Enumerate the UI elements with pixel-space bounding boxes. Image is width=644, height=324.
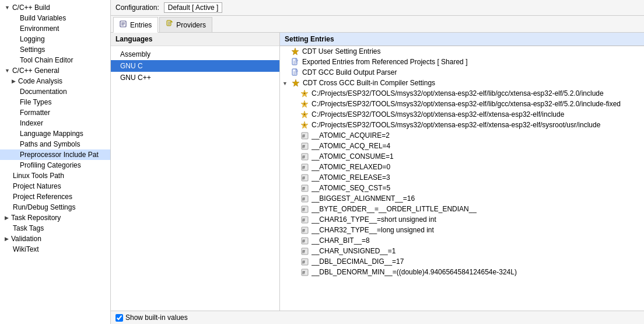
entry-item-dbl-decimal-dig[interactable]: #__DBL_DECIMAL_DIG__=17: [280, 256, 644, 267]
entry-item-biggest-align[interactable]: #__BIGGEST_ALIGNMENT__=16: [280, 193, 644, 204]
sidebar-item-cpp-build[interactable]: ▼C/C++ Build: [0, 2, 110, 13]
tab-label-providers: Providers: [176, 21, 206, 29]
sidebar-item-project-references[interactable]: Project References: [0, 191, 110, 202]
tri-open-icon: ▼: [5, 68, 10, 74]
svg-text:#: #: [302, 238, 305, 244]
entry-hash-icon: #: [300, 248, 309, 255]
sidebar-item-label-tool-chain-editor: Tool Chain Editor: [20, 56, 73, 64]
sidebar-item-label-cpp-build: C/C++ Build: [12, 4, 50, 12]
sidebar-item-paths-and-symbols[interactable]: Paths and Symbols: [0, 139, 110, 149]
sidebar-item-label-project-natures: Project Natures: [13, 182, 61, 190]
sidebar-item-task-tags[interactable]: Task Tags: [0, 223, 110, 234]
sidebar-item-label-preprocessor-include-pat: Preprocessor Include Pat: [20, 151, 99, 159]
config-bar: Configuration: Default [ Active ]: [111, 0, 644, 16]
entry-hash-icon: #: [300, 227, 309, 234]
entry-label-cdt-user: CDT User Setting Entries: [302, 47, 381, 55]
sidebar-item-task-repository[interactable]: ▶Task Repository: [0, 212, 110, 223]
sidebar-item-logging[interactable]: Logging: [0, 34, 110, 44]
entry-hash-icon: #: [300, 258, 309, 266]
svg-marker-9: [292, 48, 299, 55]
sidebar-item-profiling-categories[interactable]: Profiling Categories: [0, 160, 110, 170]
entry-hash-icon: #: [300, 174, 309, 182]
entry-item-cdt-user[interactable]: CDT User Setting Entries: [280, 46, 644, 57]
sidebar-item-documentation[interactable]: Documentation: [0, 86, 110, 97]
sidebar-item-label-linux-tools-path: Linux Tools Path: [13, 172, 64, 180]
sidebar-item-label-wikitext: WikiText: [13, 245, 39, 253]
lang-item-gnu-c[interactable]: GNU C: [111, 60, 279, 72]
tri-closed-icon: ▶: [5, 236, 9, 242]
entry-hash-icon: #: [300, 153, 309, 161]
sidebar-item-project-natures[interactable]: Project Natures: [0, 181, 110, 191]
entry-hash-icon: #: [300, 205, 309, 213]
sidebar-item-label-project-references: Project References: [13, 193, 72, 201]
sidebar-item-code-analysis[interactable]: ▶Code Analysis: [0, 76, 110, 86]
entry-item-atomic-acquire[interactable]: #__ATOMIC_ACQUIRE=2: [280, 130, 644, 141]
entry-item-path4[interactable]: C:/Projects/ESP32/TOOLS/msys32/opt/xtens…: [280, 120, 644, 130]
sidebar-item-run-debug-settings[interactable]: Run/Debug Settings: [0, 202, 110, 212]
entry-item-atomic-acq-rel[interactable]: #__ATOMIC_ACQ_REL=4: [280, 141, 644, 151]
show-builtin-text: Show built-in values: [125, 313, 188, 322]
svg-rect-4: [167, 20, 171, 26]
sidebar-item-linux-tools-path[interactable]: Linux Tools Path: [0, 170, 110, 181]
entries-icon: [120, 20, 128, 30]
entry-label-atomic-acquire: __ATOMIC_ACQUIRE=2: [312, 131, 390, 140]
sidebar-item-wikitext[interactable]: WikiText: [0, 244, 110, 255]
sidebar-item-formatter[interactable]: Formatter: [0, 107, 110, 118]
sidebar-item-label-logging: Logging: [20, 35, 45, 43]
entry-item-byte-order[interactable]: #__BYTE_ORDER__=__ORDER_LITTLE_ENDIAN__: [280, 204, 644, 214]
entry-hash-icon: #: [300, 237, 309, 245]
entry-item-atomic-release[interactable]: #__ATOMIC_RELEASE=3: [280, 172, 644, 183]
tab-label-entries: Entries: [130, 21, 152, 29]
tab-providers[interactable]: Providers: [159, 17, 212, 32]
sidebar-item-cpp-general[interactable]: ▼C/C++ General: [0, 65, 110, 76]
entry-item-char-unsigned[interactable]: #__CHAR_UNSIGNED__=1: [280, 246, 644, 256]
entry-star-icon: [291, 79, 300, 87]
sidebar-item-build-variables[interactable]: Build Variables: [0, 13, 110, 23]
sidebar-item-tool-chain-editor[interactable]: Tool Chain Editor: [0, 55, 110, 65]
entry-item-char-bit[interactable]: #__CHAR_BIT__=8: [280, 235, 644, 246]
svg-text:#: #: [302, 249, 305, 255]
sidebar-item-environment[interactable]: Environment: [0, 23, 110, 34]
sidebar-item-settings[interactable]: Settings: [0, 44, 110, 55]
svg-text:#: #: [302, 144, 305, 149]
entry-label-path2: C:/Projects/ESP32/TOOLS/msys32/opt/xtens…: [312, 100, 621, 108]
tab-entries[interactable]: Entries: [113, 17, 158, 33]
sidebar-item-preprocessor-include-pat[interactable]: Preprocessor Include Pat: [0, 149, 110, 160]
entry-label-atomic-relaxed: __ATOMIC_RELAXED=0: [312, 163, 390, 171]
entry-item-cdt-gcc-output[interactable]: CDT GCC Build Output Parser: [280, 67, 644, 78]
entry-item-atomic-consume[interactable]: #__ATOMIC_CONSUME=1: [280, 151, 644, 162]
lang-item-gnu-cpp[interactable]: GNU C++: [111, 72, 279, 83]
entry-label-cdt-gcc-output: CDT GCC Build Output Parser: [302, 68, 397, 76]
entry-label-char32-type: __CHAR32_TYPE__=long unsigned int: [312, 226, 434, 234]
entry-hash-icon: #: [300, 142, 309, 150]
sidebar-item-file-types[interactable]: File Types: [0, 97, 110, 107]
svg-text:#: #: [302, 207, 305, 212]
svg-point-26: [304, 114, 306, 116]
entry-label-byte-order: __BYTE_ORDER__=__ORDER_LITTLE_ENDIAN__: [312, 205, 477, 213]
svg-text:#: #: [302, 186, 305, 191]
entry-hash-icon: #: [300, 184, 309, 192]
show-builtin-checkbox[interactable]: [116, 314, 123, 322]
entry-item-path1[interactable]: C:/Projects/ESP32/TOOLS/msys32/opt/xtens…: [280, 88, 644, 99]
entry-item-path3[interactable]: C:/Projects/ESP32/TOOLS/msys32/opt/xtens…: [280, 109, 644, 120]
entry-item-char16-type[interactable]: #__CHAR16_TYPE__=short unsigned int: [280, 214, 644, 225]
entry-item-exported-entries[interactable]: Exported Entries from Referenced Project…: [280, 57, 644, 67]
config-value: Default [ Active ]: [164, 2, 223, 13]
svg-text:#: #: [302, 259, 305, 265]
sidebar-item-label-code-analysis: Code Analysis: [18, 77, 62, 85]
main-content: Configuration: Default [ Active ] Entrie…: [111, 0, 644, 324]
entry-label-char-unsigned: __CHAR_UNSIGNED__=1: [312, 247, 396, 255]
entry-item-dbl-denorm-min[interactable]: #__DBL_DENORM_MIN__=((double)4.940656458…: [280, 267, 644, 277]
entry-hash-icon: #: [300, 195, 309, 203]
sidebar-item-label-language-mappings: Language Mappings: [20, 130, 83, 138]
entry-item-atomic-seq-cst[interactable]: #__ATOMIC_SEQ_CST=5: [280, 183, 644, 193]
sidebar-item-language-mappings[interactable]: Language Mappings: [0, 128, 110, 139]
sidebar-item-indexer[interactable]: Indexer: [0, 118, 110, 128]
entry-item-path2[interactable]: C:/Projects/ESP32/TOOLS/msys32/opt/xtens…: [280, 99, 644, 109]
sidebar-item-validation[interactable]: ▶Validation: [0, 234, 110, 244]
entry-item-cdt-cross-gcc[interactable]: CDT Cross GCC Built-in Compiler Settings: [280, 78, 644, 88]
show-builtin-label[interactable]: Show built-in values: [116, 313, 188, 322]
entry-item-char32-type[interactable]: #__CHAR32_TYPE__=long unsigned int: [280, 225, 644, 235]
entry-item-atomic-relaxed[interactable]: #__ATOMIC_RELAXED=0: [280, 162, 644, 172]
lang-item-assembly[interactable]: Assembly: [111, 48, 279, 60]
